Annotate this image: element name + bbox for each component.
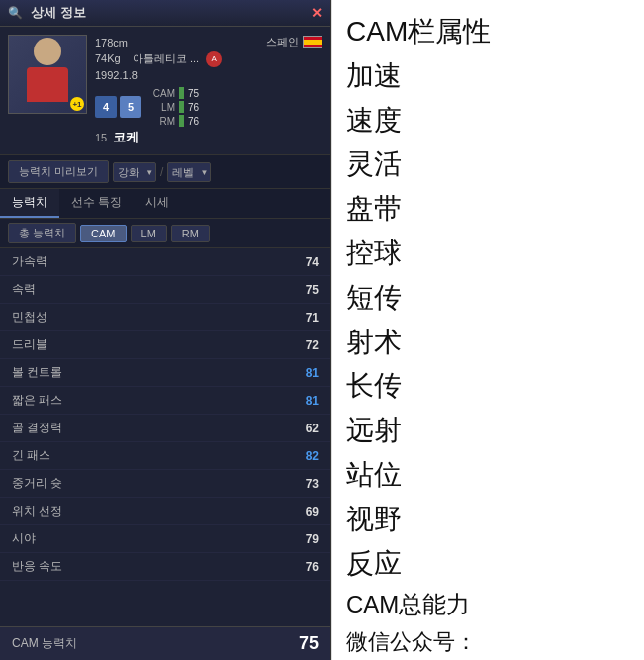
- list-item: 站位: [346, 453, 630, 498]
- player-weight-team: 74Kg 아틀레티코 ... A: [95, 51, 322, 67]
- player-name: 코케: [113, 129, 138, 146]
- stat-name: 드리블: [12, 336, 47, 353]
- stat-bar-rm: RM 76: [147, 115, 208, 127]
- controls-row: 능력치 미리보기 강화 / 레벨: [0, 155, 330, 189]
- player-position-stats: 4 5 CAM 75 LM 76: [95, 87, 322, 127]
- list-item: 控球: [346, 232, 630, 276]
- strengthen-select[interactable]: 강화: [113, 162, 156, 182]
- stat-bar-lm: LM 76: [147, 101, 208, 113]
- table-row: 가속력74: [0, 248, 330, 276]
- player-head: [34, 38, 61, 65]
- player-photo: +1: [8, 35, 87, 114]
- footer-label: CAM 능력치: [12, 635, 77, 652]
- list-item: 加速: [346, 54, 630, 99]
- table-row: 긴 패스82: [0, 442, 330, 470]
- table-row: 골 결정력62: [0, 415, 330, 442]
- stat-name: 시야: [12, 530, 36, 547]
- stat-name: 골 결정력: [12, 420, 62, 436]
- pos-num-1: 4: [95, 96, 117, 118]
- stat-value: 76: [306, 560, 319, 574]
- stat-name: 가속력: [12, 253, 47, 270]
- close-button[interactable]: ✕: [311, 5, 322, 21]
- table-row: 민첩성71: [0, 304, 330, 331]
- table-row: 중거리 슛73: [0, 470, 330, 498]
- title-bar: 🔍 상세 정보 ✕: [0, 0, 330, 27]
- stat-value: 73: [306, 477, 319, 491]
- level-select[interactable]: 레벨: [167, 162, 211, 182]
- list-item: 盘带: [346, 187, 630, 232]
- footer-row: CAM 능력치 75: [0, 626, 330, 660]
- stat-bar-lm-label: LM: [147, 102, 175, 113]
- pos-num-2: 5: [120, 96, 141, 118]
- table-row: 볼 컨트롤81: [0, 359, 330, 387]
- stat-bar-rm-label: RM: [147, 116, 175, 127]
- stat-value: 75: [306, 283, 319, 297]
- player-weight: 74Kg: [95, 52, 121, 64]
- footer-value: 75: [299, 633, 319, 654]
- list-item: 射术: [346, 321, 630, 365]
- position-numbers: 4 5: [95, 96, 141, 118]
- stat-bar-cam: CAM 75: [147, 87, 208, 99]
- stat-bar-cam-label: CAM: [147, 88, 175, 99]
- list-item: 视野: [346, 498, 630, 542]
- stat-value: 71: [306, 311, 319, 325]
- stat-name: 중거리 슛: [12, 475, 62, 492]
- list-item: 灵活: [346, 142, 630, 187]
- stat-value: 74: [306, 255, 319, 269]
- tab-player-traits[interactable]: 선수 특징: [59, 189, 134, 218]
- sub-tab-lm[interactable]: LM: [131, 225, 167, 242]
- sub-tab-total[interactable]: 총 능력치: [8, 223, 76, 243]
- sub-tab-rm[interactable]: RM: [171, 225, 210, 242]
- sub-tabs-row: 총 능력치 CAM LM RM: [0, 219, 330, 248]
- rm-value: 76: [188, 116, 208, 127]
- stat-name: 반응 속도: [12, 558, 62, 575]
- stat-name: 볼 컨트롤: [12, 364, 62, 381]
- cam-value: 75: [188, 88, 208, 99]
- right-content: CAM栏属性加速速度灵活盘带控球短传射术长传远射站位视野反应CAM总能力微信公众…: [346, 10, 630, 660]
- cam-indicator: [179, 87, 184, 99]
- spain-flag: [303, 36, 322, 48]
- tab-stats[interactable]: 능력치: [0, 189, 59, 218]
- stats-table: 가속력74속력75민첩성71드리블72볼 컨트롤81짧은 패스81골 결정력62…: [0, 248, 330, 626]
- player-country: 스페인: [266, 35, 322, 49]
- table-row: 짧은 패스81: [0, 387, 330, 415]
- table-row: 드리블72: [0, 331, 330, 359]
- stat-name: 속력: [12, 281, 36, 298]
- rm-indicator: [179, 115, 184, 127]
- stat-name: 짧은 패스: [12, 392, 62, 409]
- preview-button[interactable]: 능력치 미리보기: [8, 160, 109, 183]
- stat-value: 82: [306, 449, 319, 463]
- country-label: 스페인: [266, 35, 299, 49]
- lm-indicator: [179, 101, 184, 113]
- list-item: 远射: [346, 409, 630, 453]
- player-stats-line: 178cm 스페인: [95, 35, 322, 49]
- player-dob: 1992.1.8: [95, 69, 322, 81]
- list-item: 微信公众号：: [346, 624, 630, 659]
- list-item: CAM总能力: [346, 586, 630, 623]
- list-item: 短传: [346, 276, 630, 321]
- strengthen-select-wrapper: 강화: [113, 162, 156, 182]
- lm-value: 76: [188, 102, 208, 113]
- stat-name: 민첩성: [12, 309, 47, 326]
- table-row: 위치 선정69: [0, 498, 330, 525]
- main-container: 🔍 상세 정보 ✕ +1 178cm 스페인: [0, 0, 644, 660]
- stat-name: 위치 선정: [12, 503, 62, 519]
- table-row: 시야79: [0, 525, 330, 553]
- list-item: 速度: [346, 99, 630, 143]
- player-number-name: 15 코케: [95, 129, 322, 146]
- player-height: 178cm: [95, 37, 128, 48]
- list-item: 长传: [346, 364, 630, 409]
- left-panel: 🔍 상세 정보 ✕ +1 178cm 스페인: [0, 0, 331, 660]
- tabs-row: 능력치 선수 특징 시세: [0, 189, 330, 219]
- team-logo: A: [206, 51, 222, 67]
- divider: /: [160, 165, 163, 179]
- search-icon: 🔍: [8, 6, 23, 20]
- level-select-wrapper: 레벨: [167, 162, 211, 182]
- stat-value: 79: [306, 532, 319, 546]
- stat-value: 72: [306, 338, 319, 352]
- list-item: 反应: [346, 542, 630, 587]
- player-badge: +1: [70, 97, 84, 111]
- stat-value: 62: [306, 422, 319, 435]
- sub-tab-cam[interactable]: CAM: [80, 225, 126, 242]
- tab-market[interactable]: 시세: [134, 189, 181, 218]
